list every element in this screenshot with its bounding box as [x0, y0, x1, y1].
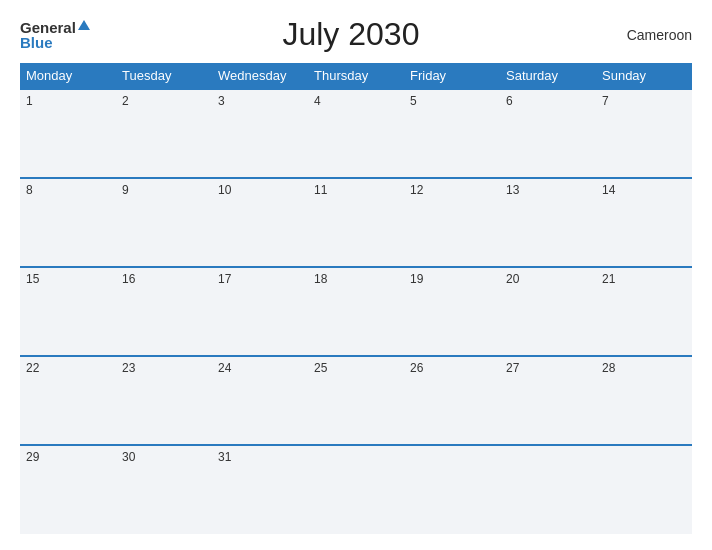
- day-number: 17: [218, 272, 302, 286]
- logo-blue-text: Blue: [20, 35, 53, 50]
- calendar-cell: 18: [308, 267, 404, 356]
- day-number: 16: [122, 272, 206, 286]
- calendar-cell: 9: [116, 178, 212, 267]
- day-number: 5: [410, 94, 494, 108]
- country-label: Cameroon: [612, 27, 692, 43]
- calendar-cell: 22: [20, 356, 116, 445]
- weekday-header-monday: Monday: [20, 63, 116, 89]
- month-title: July 2030: [90, 16, 612, 53]
- day-number: 2: [122, 94, 206, 108]
- calendar-header-row: MondayTuesdayWednesdayThursdayFridaySatu…: [20, 63, 692, 89]
- calendar-cell: 28: [596, 356, 692, 445]
- calendar-cell: 6: [500, 89, 596, 178]
- day-number: 4: [314, 94, 398, 108]
- calendar-cell: 12: [404, 178, 500, 267]
- calendar-cell: 31: [212, 445, 308, 534]
- day-number: 14: [602, 183, 686, 197]
- calendar-cell: [596, 445, 692, 534]
- calendar-cell: 23: [116, 356, 212, 445]
- calendar-page: General Blue July 2030 Cameroon MondayTu…: [0, 0, 712, 550]
- calendar-cell: 19: [404, 267, 500, 356]
- weekday-header-sunday: Sunday: [596, 63, 692, 89]
- calendar-cell: 4: [308, 89, 404, 178]
- day-number: 13: [506, 183, 590, 197]
- calendar-cell: [404, 445, 500, 534]
- weekday-header-tuesday: Tuesday: [116, 63, 212, 89]
- calendar-cell: 8: [20, 178, 116, 267]
- calendar-table: MondayTuesdayWednesdayThursdayFridaySatu…: [20, 63, 692, 534]
- day-number: 10: [218, 183, 302, 197]
- day-number: 20: [506, 272, 590, 286]
- day-number: 15: [26, 272, 110, 286]
- calendar-cell: 21: [596, 267, 692, 356]
- calendar-header: General Blue July 2030 Cameroon: [20, 16, 692, 53]
- calendar-cell: 30: [116, 445, 212, 534]
- calendar-cell: 25: [308, 356, 404, 445]
- calendar-cell: 26: [404, 356, 500, 445]
- calendar-cell: [500, 445, 596, 534]
- calendar-cell: 15: [20, 267, 116, 356]
- logo-general-text: General: [20, 20, 76, 35]
- day-number: 12: [410, 183, 494, 197]
- day-number: 29: [26, 450, 110, 464]
- calendar-cell: 2: [116, 89, 212, 178]
- weekday-header-wednesday: Wednesday: [212, 63, 308, 89]
- calendar-cell: 29: [20, 445, 116, 534]
- day-number: 27: [506, 361, 590, 375]
- calendar-cell: 3: [212, 89, 308, 178]
- calendar-week-row: 293031: [20, 445, 692, 534]
- calendar-cell: 17: [212, 267, 308, 356]
- day-number: 21: [602, 272, 686, 286]
- logo: General Blue: [20, 20, 90, 50]
- weekday-header-thursday: Thursday: [308, 63, 404, 89]
- day-number: 22: [26, 361, 110, 375]
- day-number: 3: [218, 94, 302, 108]
- logo-triangle-icon: [78, 20, 90, 30]
- weekday-header-saturday: Saturday: [500, 63, 596, 89]
- calendar-cell: 10: [212, 178, 308, 267]
- day-number: 6: [506, 94, 590, 108]
- calendar-week-row: 22232425262728: [20, 356, 692, 445]
- calendar-cell: [308, 445, 404, 534]
- calendar-cell: 1: [20, 89, 116, 178]
- calendar-cell: 20: [500, 267, 596, 356]
- day-number: 11: [314, 183, 398, 197]
- day-number: 9: [122, 183, 206, 197]
- day-number: 8: [26, 183, 110, 197]
- calendar-week-row: 15161718192021: [20, 267, 692, 356]
- calendar-cell: 11: [308, 178, 404, 267]
- calendar-cell: 13: [500, 178, 596, 267]
- day-number: 25: [314, 361, 398, 375]
- day-number: 19: [410, 272, 494, 286]
- day-number: 1: [26, 94, 110, 108]
- calendar-cell: 7: [596, 89, 692, 178]
- calendar-week-row: 891011121314: [20, 178, 692, 267]
- day-number: 24: [218, 361, 302, 375]
- day-number: 28: [602, 361, 686, 375]
- day-number: 26: [410, 361, 494, 375]
- calendar-cell: 14: [596, 178, 692, 267]
- calendar-week-row: 1234567: [20, 89, 692, 178]
- calendar-cell: 5: [404, 89, 500, 178]
- day-number: 18: [314, 272, 398, 286]
- calendar-body: 1234567891011121314151617181920212223242…: [20, 89, 692, 534]
- day-number: 30: [122, 450, 206, 464]
- day-number: 31: [218, 450, 302, 464]
- weekday-header-friday: Friday: [404, 63, 500, 89]
- calendar-cell: 27: [500, 356, 596, 445]
- day-number: 23: [122, 361, 206, 375]
- calendar-cell: 24: [212, 356, 308, 445]
- calendar-cell: 16: [116, 267, 212, 356]
- day-number: 7: [602, 94, 686, 108]
